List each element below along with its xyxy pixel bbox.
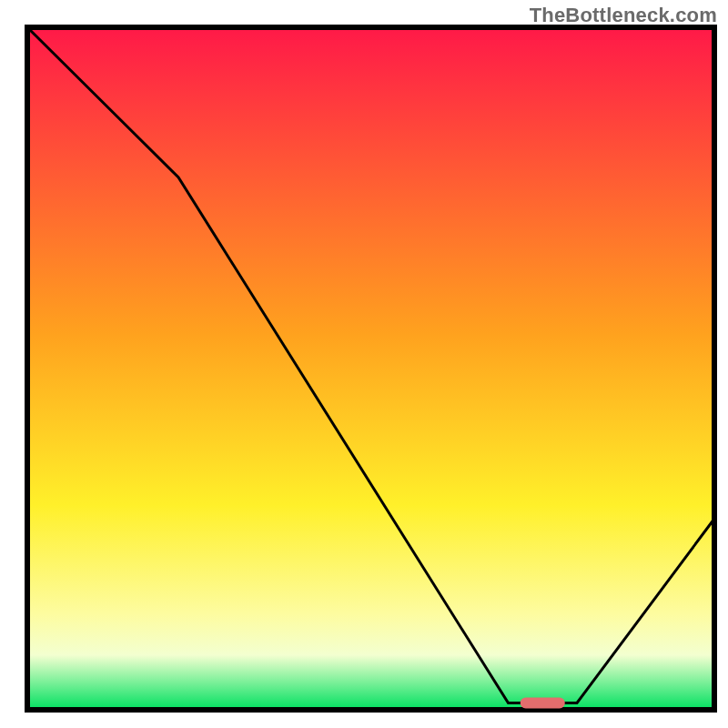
bottleneck-chart-svg xyxy=(0,0,728,728)
chart-container: TheBottleneck.com xyxy=(0,0,728,728)
optimal-range-marker xyxy=(521,698,565,709)
